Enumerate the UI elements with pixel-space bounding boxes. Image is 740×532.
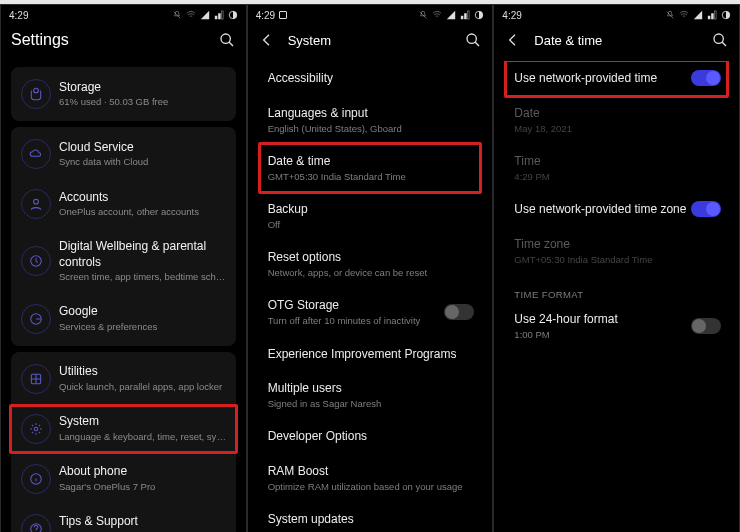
gear-icon: [21, 414, 51, 444]
list-row-date-time[interactable]: Date & timeGMT+05:30 India Standard Time: [254, 144, 487, 192]
row-subtitle: Optimize RAM utilization based on your u…: [268, 481, 473, 493]
google-icon: [21, 304, 51, 334]
status-bar: 4:29: [1, 5, 246, 25]
row-subtitle: 4:29 PM: [514, 171, 719, 183]
datetime-list[interactable]: Use network-provided timeDateMay 18, 202…: [494, 61, 739, 532]
signal2-icon: [214, 10, 224, 20]
status-time: 4:29: [502, 10, 521, 21]
search-icon: [465, 32, 481, 48]
list-row-use-network-provided-time-zone[interactable]: Use network-provided time zone: [500, 192, 733, 227]
settings-row-digital-wellbeing-parental-controls[interactable]: Digital Wellbeing & parental controlsScr…: [11, 229, 236, 294]
toggle-switch[interactable]: [444, 304, 474, 320]
header: Settings: [1, 25, 246, 61]
row-subtitle: Signed in as Sagar Naresh: [268, 398, 473, 410]
row-title: Use network-provided time zone: [514, 201, 719, 218]
page-title: Settings: [11, 31, 206, 49]
row-title: Languages & input: [268, 105, 473, 122]
search-button[interactable]: [218, 31, 236, 49]
wifi-icon: [432, 10, 442, 20]
list-row-backup[interactable]: BackupOff: [254, 192, 487, 240]
row-subtitle: Network, apps, or device can be reset: [268, 267, 473, 279]
row-title: Time zone: [514, 236, 719, 253]
signal-icon: [200, 10, 210, 20]
list-row-use-network-provided-time[interactable]: Use network-provided time: [500, 61, 733, 96]
settings-row-storage[interactable]: Storage61% used · 50.03 GB free: [11, 69, 236, 119]
system-list[interactable]: AccessibilityLanguages & inputEnglish (U…: [248, 61, 493, 532]
row-subtitle: Sync data with Cloud: [59, 156, 230, 168]
list-row-accessibility[interactable]: Accessibility: [254, 61, 487, 96]
row-title: RAM Boost: [268, 463, 473, 480]
settings-row-utilities[interactable]: UtilitiesQuick launch, parallel apps, ap…: [11, 354, 236, 404]
row-subtitle: GMT+05:30 India Standard Time: [268, 171, 473, 183]
list-row-otg-storage[interactable]: OTG StorageTurn off after 10 minutes of …: [254, 288, 487, 336]
back-icon: [505, 32, 521, 48]
list-row-use-24-hour-format[interactable]: Use 24-hour format1:00 PM: [500, 302, 733, 350]
battery-icon: [474, 10, 484, 20]
header: Date & time: [494, 25, 739, 61]
row-title: OTG Storage: [268, 297, 473, 314]
back-button[interactable]: [504, 31, 522, 49]
list-row-experience-improvement-programs[interactable]: Experience Improvement Programs: [254, 337, 487, 372]
list-row-languages-input[interactable]: Languages & inputEnglish (United States)…: [254, 96, 487, 144]
row-subtitle: Sagar's OnePlus 7 Pro: [59, 481, 230, 493]
wellbeing-icon: [21, 246, 51, 276]
panel-system: 4:29 System AccessibilityLanguages & inp…: [248, 5, 493, 532]
svg-point-3: [34, 199, 39, 204]
info-icon: [21, 464, 51, 494]
status-bar: 4:29: [248, 5, 493, 25]
status-icons: [172, 10, 238, 20]
search-button[interactable]: [464, 31, 482, 49]
mute-icon: [418, 10, 428, 20]
settings-row-accounts[interactable]: AccountsOnePlus account, other accounts: [11, 179, 236, 229]
row-title: Developer Options: [268, 428, 473, 445]
list-row-system-updates[interactable]: System updates: [254, 502, 487, 532]
section-header-time-format: TIME FORMAT: [500, 275, 733, 302]
row-title: Backup: [268, 201, 473, 218]
signal2-icon: [460, 10, 470, 20]
row-title: Accessibility: [268, 70, 473, 87]
back-button[interactable]: [258, 31, 276, 49]
row-title: Use network-provided time: [514, 70, 719, 87]
row-subtitle: Turn off after 10 minutes of inactivity: [268, 315, 473, 327]
list-row-ram-boost[interactable]: RAM BoostOptimize RAM utilization based …: [254, 454, 487, 502]
row-title: Multiple users: [268, 380, 473, 397]
settings-row-cloud-service[interactable]: Cloud ServiceSync data with Cloud: [11, 129, 236, 179]
storage-icon: [21, 79, 51, 109]
settings-row-system[interactable]: SystemLanguage & keyboard, time, reset, …: [11, 404, 236, 454]
list-row-developer-options[interactable]: Developer Options: [254, 419, 487, 454]
row-title: Google: [59, 304, 230, 320]
row-title: Digital Wellbeing & parental controls: [59, 239, 230, 270]
svg-point-13: [714, 34, 723, 43]
signal2-icon: [707, 10, 717, 20]
list-row-date: DateMay 18, 2021: [500, 96, 733, 144]
row-title: About phone: [59, 464, 230, 480]
toggle-switch[interactable]: [691, 70, 721, 86]
screenshot-indicator-icon: [279, 11, 287, 19]
back-icon: [259, 32, 275, 48]
row-subtitle: 61% used · 50.03 GB free: [59, 96, 230, 108]
search-button[interactable]: [711, 31, 729, 49]
list-row-multiple-users[interactable]: Multiple usersSigned in as Sagar Naresh: [254, 371, 487, 419]
status-time: 4:29: [256, 10, 275, 21]
status-icons: [665, 10, 731, 20]
toggle-switch[interactable]: [691, 318, 721, 334]
row-title: Date: [514, 105, 719, 122]
battery-icon: [228, 10, 238, 20]
settings-row-about-phone[interactable]: About phoneSagar's OnePlus 7 Pro: [11, 454, 236, 504]
status-time: 4:29: [9, 10, 28, 21]
toggle-switch[interactable]: [691, 201, 721, 217]
status-icons: [418, 10, 484, 20]
panel-datetime: 4:29 Date & time Use network-provided ti…: [494, 5, 739, 532]
row-title: Storage: [59, 80, 230, 96]
svg-point-1: [221, 34, 230, 43]
row-title: Reset options: [268, 249, 473, 266]
row-title: Accounts: [59, 190, 230, 206]
wifi-icon: [186, 10, 196, 20]
settings-row-google[interactable]: GoogleServices & preferences: [11, 294, 236, 344]
row-title: System: [59, 414, 230, 430]
settings-row-tips-support[interactable]: Tips & SupportTips and FAQ on device usa…: [11, 504, 236, 532]
settings-list[interactable]: Storage61% used · 50.03 GB freeCloud Ser…: [1, 61, 246, 532]
row-title: System updates: [268, 511, 473, 528]
search-icon: [712, 32, 728, 48]
list-row-reset-options[interactable]: Reset optionsNetwork, apps, or device ca…: [254, 240, 487, 288]
